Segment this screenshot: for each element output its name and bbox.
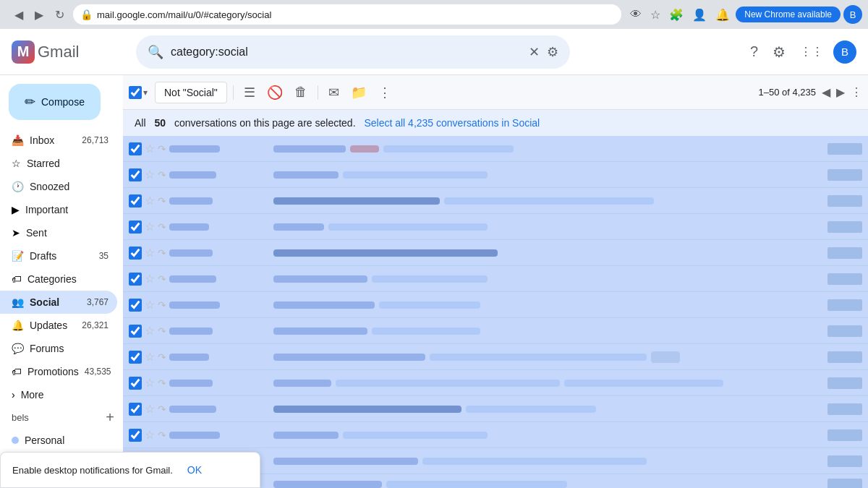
email-forward-button[interactable]: ↷ xyxy=(158,429,166,441)
sidebar-item-starred[interactable]: ☆ Starred xyxy=(0,152,117,175)
search-clear-button[interactable]: ✕ xyxy=(529,44,540,60)
email-checkbox[interactable] xyxy=(129,377,142,390)
sidebar-item-more1[interactable]: › More xyxy=(0,383,117,406)
spam-button[interactable]: 🚫 xyxy=(263,80,287,105)
email-row[interactable]: ☆ ↷ xyxy=(123,136,868,162)
sidebar-item-drafts[interactable]: 📝 Drafts 35 xyxy=(0,244,117,267)
add-label-button[interactable]: + xyxy=(106,409,114,426)
sidebar-item-categories[interactable]: 🏷 Categories xyxy=(0,267,117,291)
email-sender xyxy=(169,197,271,205)
email-checkbox[interactable] xyxy=(129,142,142,155)
chrome-eye-icon[interactable]: 👁 xyxy=(627,5,644,24)
email-forward-button[interactable]: ↷ xyxy=(158,143,166,155)
email-row[interactable]: ☆ ↷ xyxy=(123,162,868,188)
email-forward-button[interactable]: ↷ xyxy=(158,273,166,285)
chrome-extension-icon[interactable]: 🧩 xyxy=(666,5,686,25)
email-row[interactable]: ☆ ↷ xyxy=(123,240,868,266)
archive-button[interactable]: ☰ xyxy=(239,80,260,105)
next-page-button[interactable]: ▶ xyxy=(836,85,845,99)
email-star-button[interactable]: ☆ xyxy=(145,428,155,442)
email-checkbox[interactable] xyxy=(129,403,142,416)
email-checkbox[interactable] xyxy=(129,273,142,286)
back-button[interactable]: ◀ xyxy=(12,5,26,25)
reload-button[interactable]: ↻ xyxy=(52,5,67,25)
prev-page-button[interactable]: ◀ xyxy=(822,85,830,99)
sidebar-item-forums[interactable]: 💬 Forums xyxy=(0,337,117,360)
email-checkbox[interactable] xyxy=(129,168,142,181)
email-star-button[interactable]: ☆ xyxy=(145,402,155,416)
sidebar-item-promotions[interactable]: 🏷 Promotions 43,535 xyxy=(0,360,117,383)
sidebar-item-updates[interactable]: 🔔 Updates 26,321 xyxy=(0,314,117,337)
email-checkbox[interactable] xyxy=(129,194,142,207)
sidebar-item-snoozed[interactable]: 🕐 Snoozed xyxy=(0,175,117,198)
email-row[interactable]: ☆ ↷ xyxy=(123,396,868,422)
email-checkbox[interactable] xyxy=(129,351,142,364)
email-star-button[interactable]: ☆ xyxy=(145,246,155,260)
address-bar[interactable]: 🔒 mail.google.com/mail/u/0/#category/soc… xyxy=(73,4,621,25)
sidebar-item-important[interactable]: ▶ Important xyxy=(0,198,117,221)
select-all-checkbox[interactable] xyxy=(129,86,142,99)
email-forward-button[interactable]: ↷ xyxy=(158,221,166,233)
settings-button[interactable]: ⚙ xyxy=(768,39,790,65)
email-checkbox[interactable] xyxy=(129,299,142,312)
email-star-button[interactable]: ☆ xyxy=(145,350,155,364)
select-dropdown-button[interactable]: ▾ xyxy=(142,86,149,99)
email-row[interactable]: ☆ ↷ xyxy=(123,422,868,448)
email-star-button[interactable]: ☆ xyxy=(145,142,155,155)
view-options-button[interactable]: ⋮ xyxy=(851,85,862,99)
email-forward-button[interactable]: ↷ xyxy=(158,169,166,181)
email-star-button[interactable]: ☆ xyxy=(145,376,155,390)
email-forward-button[interactable]: ↷ xyxy=(158,325,166,337)
sidebar-item-inbox[interactable]: 📥 Inbox 26,713 xyxy=(0,129,117,152)
inbox-count: 26,713 xyxy=(82,135,109,145)
sidebar-item-personal[interactable]: Personal xyxy=(0,429,117,452)
notification-ok-button[interactable]: OK xyxy=(182,461,208,479)
sidebar-item-social[interactable]: 👥 Social 3,767 xyxy=(0,291,117,314)
chrome-star-icon[interactable]: ☆ xyxy=(647,5,663,25)
email-forward-button[interactable]: ↷ xyxy=(158,195,166,207)
search-input[interactable] xyxy=(171,46,522,59)
email-star-button[interactable]: ☆ xyxy=(145,194,155,207)
forward-button[interactable]: ▶ xyxy=(32,5,46,25)
email-row[interactable]: ☆ ↷ xyxy=(123,292,868,318)
notice-count: 50 xyxy=(154,117,166,129)
apps-button[interactable]: ⋮⋮ xyxy=(796,40,827,63)
more-actions-button[interactable]: ⋮ xyxy=(374,80,396,105)
help-button[interactable]: ? xyxy=(746,39,762,64)
new-chrome-banner[interactable]: New Chrome available xyxy=(736,7,841,22)
chrome-user-avatar[interactable]: B xyxy=(843,5,862,24)
email-checkbox[interactable] xyxy=(129,247,142,260)
email-row[interactable]: ☆ ↷ xyxy=(123,344,868,370)
select-all-link[interactable]: Select all 4,235 conversations in Social xyxy=(364,117,540,129)
email-star-button[interactable]: ☆ xyxy=(145,272,155,286)
mark-read-button[interactable]: ✉ xyxy=(324,80,344,105)
chrome-bell-icon[interactable]: 🔔 xyxy=(712,5,733,25)
email-forward-button[interactable]: ↷ xyxy=(158,377,166,389)
email-checkbox[interactable] xyxy=(129,221,142,234)
select-all-wrap[interactable]: ▾ xyxy=(129,86,149,99)
email-star-button[interactable]: ☆ xyxy=(145,168,155,181)
email-star-button[interactable]: ☆ xyxy=(145,220,155,234)
email-forward-button[interactable]: ↷ xyxy=(158,351,166,363)
search-bar[interactable]: 🔍 ✕ ⚙ xyxy=(136,35,570,69)
email-checkbox[interactable] xyxy=(129,429,142,442)
gmail-user-avatar[interactable]: B xyxy=(833,40,856,64)
delete-button[interactable]: 🗑 xyxy=(290,80,312,104)
email-row[interactable]: ☆ ↷ xyxy=(123,266,868,292)
email-forward-button[interactable]: ↷ xyxy=(158,299,166,311)
move-button[interactable]: 📁 xyxy=(346,80,371,105)
email-forward-button[interactable]: ↷ xyxy=(158,403,166,415)
email-row[interactable]: ☆ ↷ xyxy=(123,188,868,214)
email-row[interactable]: ☆ ↷ xyxy=(123,214,868,240)
email-star-button[interactable]: ☆ xyxy=(145,324,155,338)
email-checkbox[interactable] xyxy=(129,325,142,338)
search-filter-button[interactable]: ⚙ xyxy=(547,44,558,60)
not-social-button[interactable]: Not "Social" xyxy=(155,82,227,103)
email-forward-button[interactable]: ↷ xyxy=(158,247,166,259)
email-row[interactable]: ☆ ↷ xyxy=(123,370,868,396)
compose-button[interactable]: ✏ Compose xyxy=(9,84,101,120)
chrome-account-icon[interactable]: 👤 xyxy=(689,5,710,25)
email-star-button[interactable]: ☆ xyxy=(145,298,155,312)
email-row[interactable]: ☆ ↷ xyxy=(123,318,868,344)
sidebar-item-sent[interactable]: ➤ Sent xyxy=(0,221,117,244)
